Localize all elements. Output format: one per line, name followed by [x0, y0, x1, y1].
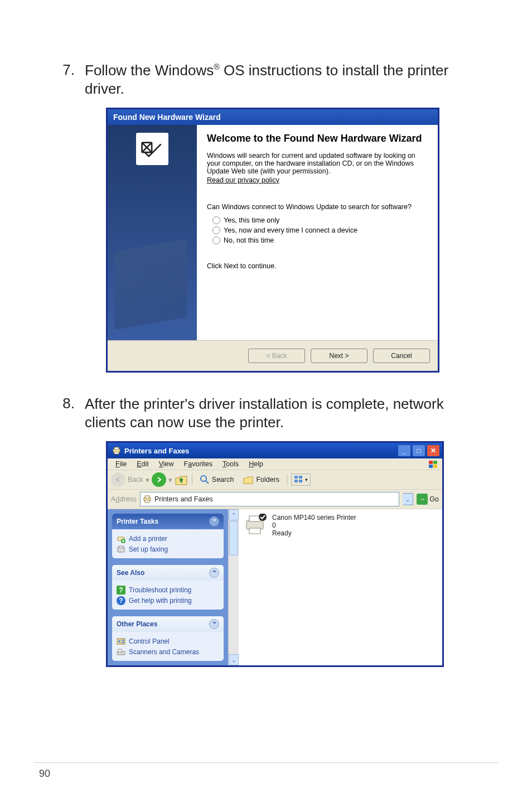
dropdown-arrow-icon: ▾ [146, 476, 149, 484]
help-printing-link[interactable]: ?Get help with printing [117, 596, 219, 605]
address-dropdown-button[interactable]: ⌄ [403, 493, 413, 505]
svg-rect-2 [114, 447, 119, 450]
side-box-header[interactable]: Printer Tasks ⌃ [112, 514, 224, 529]
scanners-cameras-link[interactable]: Scanners and Cameras [117, 648, 219, 656]
search-button[interactable]: Search [196, 474, 238, 486]
scroll-down-button[interactable]: ⌄ [229, 654, 239, 665]
svg-rect-26 [118, 649, 122, 652]
wizard-screenshot: Found New Hardware Wizard Welcome to the… [106, 108, 439, 373]
forward-button[interactable] [152, 472, 166, 487]
back-label: Back [128, 476, 143, 484]
svg-rect-20 [119, 546, 123, 548]
radio-label: Yes, this time only [224, 216, 279, 224]
dropdown-arrow-icon: ▾ [305, 477, 308, 482]
side-box-header[interactable]: See Also ⌃ [112, 565, 224, 581]
menu-favorites[interactable]: Favorites [180, 460, 217, 468]
hardware-icon [136, 133, 168, 165]
help-icon: ? [117, 596, 125, 605]
svg-rect-4 [429, 461, 433, 464]
add-printer-link[interactable]: Add a printer [117, 534, 219, 543]
footer-rule [33, 762, 499, 763]
printer-item[interactable]: Canon MP140 series Printer 0 Ready [244, 514, 437, 537]
wizard-titlebar: Found New Hardware Wizard [108, 109, 438, 125]
radio-yes-once[interactable]: Yes, this time only [212, 216, 427, 224]
link-label: Troubleshoot printing [129, 586, 191, 594]
scroll-up-button[interactable]: ⌃ [229, 509, 239, 520]
printers-icon [112, 446, 121, 455]
svg-point-8 [201, 476, 206, 481]
control-panel-link[interactable]: Control Panel [117, 637, 219, 646]
svg-rect-24 [122, 642, 124, 643]
menu-tools[interactable]: Tools [218, 460, 243, 468]
side-box-header[interactable]: Other Places ⌃ [112, 616, 224, 632]
search-label: Search [212, 476, 234, 484]
page-number: 90 [39, 768, 50, 780]
svg-rect-3 [114, 452, 119, 454]
step-number: 8. [61, 395, 75, 431]
step-text: After the printer's driver installation … [85, 395, 476, 431]
radio-label: Yes, now and every time I connect a devi… [224, 226, 357, 234]
address-input[interactable]: Printers and Faxes [140, 492, 399, 506]
link-label: Add a printer [129, 535, 167, 543]
folders-button[interactable]: Folders [239, 474, 283, 486]
wizard-heading: Welcome to the Found New Hardware Wizard [207, 133, 427, 145]
radio-no[interactable]: No, not this time [212, 236, 427, 244]
address-label: Address [111, 495, 137, 503]
help-icon: ? [117, 586, 125, 595]
wizard-continue-text: Click Next to continue. [207, 262, 427, 270]
chevron-up-icon: ⌃ [209, 568, 219, 578]
svg-rect-7 [433, 465, 437, 468]
troubleshoot-link[interactable]: ?Troubleshoot printing [117, 586, 219, 595]
explorer-screenshot: Printers and Faxes _ □ ✕ File Edit View … [106, 441, 444, 667]
privacy-link[interactable]: Read our privacy policy [207, 176, 279, 184]
svg-rect-10 [294, 476, 298, 479]
side-box-title: Other Places [117, 620, 157, 628]
registered-mark: ® [214, 62, 220, 71]
svg-rect-23 [122, 640, 124, 641]
radio-icon [212, 216, 220, 224]
views-button[interactable]: ▾ [291, 474, 311, 486]
radio-icon [212, 236, 220, 244]
explorer-titlebar: Printers and Faxes _ □ ✕ [108, 443, 442, 458]
link-label: Control Panel [129, 637, 170, 645]
step-number: 7. [61, 61, 75, 98]
scroll-thumb[interactable] [229, 521, 238, 555]
add-printer-icon [117, 534, 125, 543]
printer-jobs: 0 [272, 521, 356, 529]
step-text-prefix: Follow the Windows [85, 62, 214, 79]
wizard-side-graphic [108, 125, 197, 340]
svg-rect-13 [299, 480, 302, 482]
printers-icon [143, 495, 152, 504]
scanner-icon [117, 648, 125, 656]
cancel-button[interactable]: Cancel [373, 349, 430, 363]
next-button[interactable]: Next > [311, 349, 367, 363]
printer-status: Ready [272, 529, 356, 537]
menu-help[interactable]: Help [244, 460, 268, 468]
step-text: Follow the Windows® OS instructions to i… [85, 61, 476, 98]
back-button: < Back [248, 349, 305, 363]
menu-file[interactable]: File [111, 460, 131, 468]
chevron-up-icon: ⌃ [209, 619, 219, 629]
up-button[interactable] [175, 474, 188, 486]
menu-edit[interactable]: Edit [132, 460, 153, 468]
close-button[interactable]: ✕ [427, 445, 440, 457]
minimize-button[interactable]: _ [398, 445, 411, 457]
radio-icon [212, 226, 220, 234]
printers-list-area: Canon MP140 series Printer 0 Ready [239, 509, 442, 665]
toolbar: Back ▾ ▾ Search Folders [108, 470, 442, 490]
radio-label: No, not this time [224, 236, 274, 244]
svg-rect-28 [249, 516, 260, 521]
menu-view[interactable]: View [154, 460, 178, 468]
go-button[interactable]: → Go [417, 494, 439, 505]
menu-bar: File Edit View Favorites Tools Help [108, 458, 442, 470]
setup-faxing-link[interactable]: Set up faxing [117, 545, 219, 554]
svg-rect-6 [429, 465, 433, 468]
tasks-pane: Printer Tasks ⌃ Add a printer Set up fax… [108, 509, 228, 665]
chevron-up-icon: ⌃ [209, 516, 219, 526]
svg-rect-11 [299, 476, 302, 479]
svg-rect-29 [249, 528, 260, 534]
svg-rect-16 [145, 500, 149, 503]
maximize-button[interactable]: □ [412, 445, 425, 457]
side-scrollbar[interactable]: ⌃ ⌄ [228, 509, 239, 665]
radio-yes-always[interactable]: Yes, now and every time I connect a devi… [212, 226, 427, 234]
